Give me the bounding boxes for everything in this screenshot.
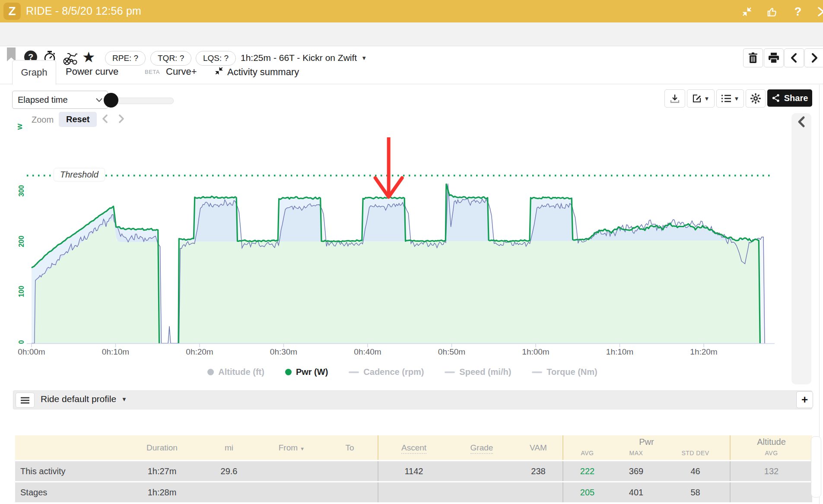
- legend-item[interactable]: Cadence (rpm): [349, 367, 424, 377]
- header-from[interactable]: From ▼: [261, 435, 322, 461]
- header-duration[interactable]: Duration: [127, 435, 197, 461]
- table-row[interactable]: Stages1h:28m20540158: [15, 482, 812, 503]
- cell-vam: [514, 482, 563, 503]
- cell-pwr_max: 401: [611, 482, 661, 503]
- tab-curve-plus-label: Curve+: [166, 66, 197, 77]
- legend-marker: [207, 369, 214, 375]
- profile-menu-button[interactable]: [16, 393, 35, 408]
- cell-grade: [449, 482, 514, 503]
- tab-activity-summary[interactable]: Activity summary: [214, 66, 299, 78]
- cell-ascent: 1142: [378, 461, 449, 482]
- header-pwr-group: Pwr: [563, 435, 730, 448]
- window-title: RIDE - 8/5/20 12:56 pm: [26, 5, 141, 17]
- profile-name: Ride default profile: [41, 394, 116, 404]
- next-activity-icon[interactable]: [814, 5, 823, 18]
- chevron-down-icon: ▼: [361, 55, 367, 61]
- legend-label: Speed (mi/h): [459, 367, 511, 377]
- spin-bike-icon[interactable]: [61, 50, 79, 66]
- lqs-label: LQS: ?: [203, 54, 229, 63]
- header-name: [15, 435, 127, 461]
- tab-power-curve[interactable]: Power curve: [66, 66, 118, 77]
- title-bar: Z RIDE - 8/5/20 12:56 pm ?: [0, 0, 823, 22]
- y-axis-unit-label: W: [16, 124, 23, 130]
- pan-left-icon[interactable]: [99, 113, 111, 124]
- laps-menu-button[interactable]: ▼: [716, 89, 744, 108]
- help-icon[interactable]: ?: [791, 5, 804, 18]
- smoothing-slider-track[interactable]: [109, 98, 174, 104]
- legend-marker: [349, 371, 359, 373]
- lqs-badge[interactable]: LQS: ?: [196, 51, 236, 66]
- side-panel-collapsed[interactable]: [791, 113, 811, 384]
- y-tick-label: 300: [18, 181, 25, 200]
- x-tick-label: 0h:10m: [96, 347, 135, 357]
- cell-pwr_std: 46: [661, 461, 730, 482]
- chart-legend: Altitude (ft)Pwr (W)Cadence (rpm)Speed (…: [32, 367, 773, 377]
- header-pwr-std[interactable]: STD DEV: [661, 448, 730, 461]
- add-profile-button[interactable]: +: [796, 391, 813, 408]
- legend-label: Torque (Nm): [547, 367, 597, 377]
- previous-button[interactable]: [784, 48, 804, 67]
- legend-marker: [285, 369, 292, 375]
- reset-zoom-button[interactable]: Reset: [59, 112, 97, 127]
- x-axis-mode-select[interactable]: Elapsed time: [12, 91, 108, 109]
- chevron-down-icon: ▼: [121, 396, 127, 403]
- cell-duration: 1h:28m: [127, 482, 197, 503]
- zoom-label: Zoom: [32, 115, 54, 125]
- star-icon[interactable]: ★: [82, 48, 95, 66]
- legend-marker: [445, 371, 455, 373]
- settings-button[interactable]: [746, 89, 766, 108]
- header-grade[interactable]: Grade: [449, 435, 514, 461]
- cell-name: Stages: [15, 482, 127, 503]
- header-ascent[interactable]: Ascent: [378, 435, 449, 461]
- print-button[interactable]: [764, 48, 784, 67]
- header-pwr-avg[interactable]: AVG: [563, 448, 611, 461]
- download-button[interactable]: [664, 89, 685, 108]
- expand-icon: [214, 66, 224, 78]
- next-button[interactable]: [804, 48, 823, 67]
- cell-pwr_std: 58: [661, 482, 730, 503]
- header-pwr-max[interactable]: MAX: [611, 448, 661, 461]
- thumbs-up-icon[interactable]: [766, 5, 779, 18]
- legend-label: Altitude (ft): [218, 367, 264, 377]
- power-chart[interactable]: [0, 0, 823, 504]
- app-logo: Z: [3, 3, 21, 20]
- legend-item[interactable]: Altitude (ft): [207, 367, 264, 377]
- header-mi[interactable]: mi: [197, 435, 261, 461]
- rpe-badge[interactable]: RPE: ?: [105, 51, 146, 66]
- tab-graph[interactable]: Graph: [12, 60, 56, 85]
- rpe-label: RPE: ?: [112, 54, 138, 63]
- sort-caret-icon: ▼: [300, 446, 305, 451]
- tab-graph-label: Graph: [21, 67, 47, 78]
- table-row[interactable]: This activity1h:27m29.611422382223694613…: [15, 461, 812, 482]
- app-logo-letter: Z: [8, 4, 16, 18]
- header-alt-avg[interactable]: AVG: [730, 448, 812, 461]
- profile-selector[interactable]: Ride default profile ▼: [41, 394, 127, 404]
- activity-title-dropdown[interactable]: 1h:25m - 66T - Kickr on Zwift ▼: [241, 53, 367, 63]
- toolbar: ? ★ RPE: ? TQR: ? LQS: ? 1h:25m - 66T - …: [0, 22, 823, 46]
- x-tick-label: 0h:20m: [180, 347, 219, 357]
- collapse-window-icon[interactable]: [740, 5, 753, 18]
- legend-item[interactable]: Torque (Nm): [532, 367, 597, 377]
- tab-curve-plus[interactable]: BETA Curve+: [145, 66, 197, 77]
- pan-right-icon[interactable]: [116, 113, 127, 124]
- y-tick-label: 200: [18, 232, 25, 251]
- table-scrollbar[interactable]: [811, 436, 821, 498]
- tab-activity-summary-label: Activity summary: [227, 67, 299, 78]
- share-button[interactable]: Share: [767, 89, 812, 107]
- plus-icon: +: [801, 393, 808, 406]
- cell-ascent: [378, 482, 449, 503]
- legend-marker: [532, 371, 542, 373]
- cell-from: [261, 461, 322, 482]
- cell-pwr_max: 369: [611, 461, 661, 482]
- delete-button[interactable]: [743, 48, 763, 67]
- smoothing-slider-knob[interactable]: [104, 93, 118, 108]
- header-vam[interactable]: VAM: [514, 435, 563, 461]
- legend-item[interactable]: Pwr (W): [285, 367, 328, 377]
- tqr-badge[interactable]: TQR: ?: [150, 51, 191, 66]
- edit-menu-button[interactable]: ▼: [687, 89, 715, 108]
- stats-table-header: Duration mi From ▼ To Ascent Grade VAM P…: [15, 435, 812, 461]
- header-to[interactable]: To: [322, 435, 378, 461]
- y-tick-label: 100: [18, 282, 25, 301]
- legend-item[interactable]: Speed (mi/h): [445, 367, 511, 377]
- cell-alt_avg: 132: [730, 461, 812, 482]
